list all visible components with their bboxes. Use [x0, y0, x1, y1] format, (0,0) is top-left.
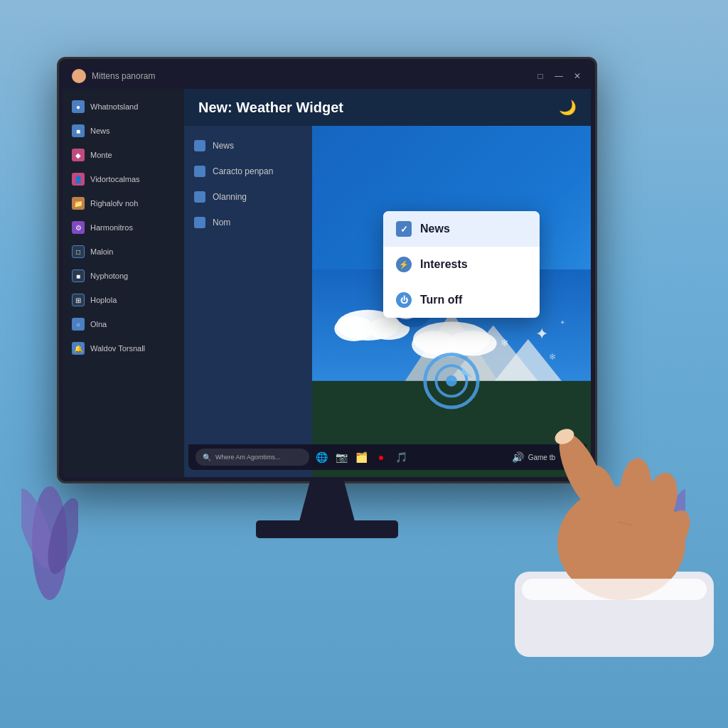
taskbar-icon-4[interactable]: 🎵	[393, 449, 409, 465]
left-list: News Caracto penpan Olanning	[184, 126, 312, 477]
monitor-base	[256, 520, 398, 538]
plant-left	[21, 472, 78, 614]
sidebar-icon-6: □	[72, 245, 85, 258]
sidebar-icon-5: ⚙	[72, 221, 85, 234]
list-item-2[interactable]: Olanning	[184, 184, 312, 210]
sidebar-item-0[interactable]: ● Whatnotsland	[63, 95, 184, 119]
svg-text:❄: ❄	[500, 338, 509, 348]
sidebar-item-5[interactable]: ⚙ Harmonitros	[63, 215, 184, 240]
list-icon-2	[194, 191, 205, 203]
sidebar-icon-8: ⊞	[72, 294, 85, 306]
svg-point-6	[334, 316, 373, 341]
hand-illustration	[479, 358, 728, 657]
sidebar-icon-3: 👤	[72, 173, 85, 186]
widget-header: New: Weather Widget 🌙	[184, 89, 591, 126]
sidebar-item-1[interactable]: ■ News	[63, 119, 184, 143]
sidebar-item-2[interactable]: ◆ Monte	[63, 143, 184, 167]
sidebar: ● Whatnotsland ■ News ◆ Monte 👤 Vidortoc…	[63, 89, 184, 477]
sidebar-icon-4: 📁	[72, 197, 85, 210]
list-icon-0	[194, 140, 205, 151]
svg-text:✦: ✦	[560, 318, 565, 326]
interests-icon: ⚡	[396, 257, 412, 272]
widget-title: New: Weather Widget	[198, 100, 343, 116]
monitor-stand	[299, 481, 355, 524]
taskbar-search[interactable]: 🔍 Where Am Agomtims...	[196, 449, 309, 466]
list-icon-1	[194, 166, 205, 177]
moon-icon: 🌙	[559, 99, 577, 116]
list-item-0[interactable]: News	[184, 133, 312, 159]
taskbar-icon-3[interactable]: ●	[373, 449, 389, 465]
svg-text:✦: ✦	[535, 325, 548, 343]
list-item-1[interactable]: Caracto penpan	[184, 159, 312, 184]
title-bar: Mittens panoram □ — ✕	[63, 63, 591, 89]
list-item-3[interactable]: Nom	[184, 210, 312, 235]
search-icon: 🔍	[203, 454, 211, 461]
sidebar-icon-2: ◆	[72, 149, 85, 161]
sidebar-icon-10: 🔔	[72, 342, 85, 355]
sidebar-item-8[interactable]: ⊞ Hoplola	[63, 288, 184, 312]
taskbar-icon-2[interactable]: 🗂️	[353, 449, 369, 465]
taskbar-icon-1[interactable]: 📷	[333, 449, 349, 465]
avatar	[72, 69, 86, 83]
context-menu: ✓ News ⚡ Interests ⏻ Turn off	[383, 211, 540, 318]
minimize-btn[interactable]: —	[554, 71, 564, 81]
sidebar-item-4[interactable]: 📁 Righalofv noh	[63, 191, 184, 215]
sidebar-icon-7: ■	[72, 269, 85, 282]
sidebar-item-3[interactable]: 👤 Vidortocalmas	[63, 167, 184, 191]
svg-point-10	[448, 331, 497, 355]
check-icon: ✓	[396, 221, 412, 237]
context-menu-interests[interactable]: ⚡ Interests	[383, 247, 540, 282]
taskbar-icon-0[interactable]: 🌐	[314, 449, 329, 465]
svg-point-20	[446, 375, 457, 387]
sidebar-icon-9: ○	[72, 318, 85, 331]
hand-svg	[479, 358, 728, 657]
plant-left-svg	[21, 472, 78, 614]
sidebar-item-6[interactable]: □ Maloin	[63, 240, 184, 264]
sidebar-item-7[interactable]: ■ Nyphotong	[63, 264, 184, 288]
sidebar-icon-0: ●	[72, 100, 85, 113]
sidebar-icon-1: ■	[72, 124, 85, 137]
sidebar-item-9[interactable]: ○ Olna	[63, 312, 184, 336]
context-menu-news[interactable]: ✓ News	[383, 211, 540, 247]
close-btn[interactable]: ✕	[572, 71, 582, 81]
svg-rect-31	[522, 579, 707, 600]
turnoff-icon: ⏻	[396, 292, 412, 308]
scene: Mittens panoram □ — ✕ ● Whatnotsland ■	[0, 0, 728, 728]
list-icon-3	[194, 217, 205, 228]
maximize-btn[interactable]: □	[535, 71, 545, 81]
sidebar-item-10[interactable]: 🔔 Waldov Torsnall	[63, 336, 184, 360]
window-controls: □ — ✕	[535, 71, 582, 81]
context-menu-turnoff[interactable]: ⏻ Turn off	[383, 282, 540, 318]
app-title: Mittens panoram	[92, 71, 535, 81]
